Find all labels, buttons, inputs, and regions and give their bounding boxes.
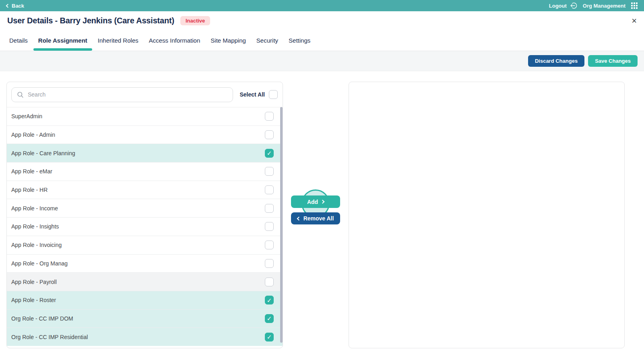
role-checkbox[interactable] xyxy=(265,112,274,121)
role-row-org-role-cc-imp-dom[interactable]: Org Role - CC IMP DOM xyxy=(7,309,283,328)
role-label: App Role - Care Planning xyxy=(11,150,265,156)
logout-button[interactable]: Logout xyxy=(549,2,577,9)
role-label: App Role - HR xyxy=(11,187,265,193)
role-row-app-role-payroll[interactable]: App Role - Payroll xyxy=(7,272,283,291)
tab-label: Details xyxy=(9,37,28,44)
role-picker-header: Select All xyxy=(7,82,283,107)
role-row-app-role-admin[interactable]: App Role - Admin xyxy=(7,125,283,144)
role-row-org-role-cc-imp-residential[interactable]: Org Role - CC IMP Residential xyxy=(7,327,283,346)
role-checkbox[interactable] xyxy=(265,278,274,286)
tab-inherited-roles[interactable]: Inherited Roles xyxy=(98,30,138,51)
add-button[interactable]: Add xyxy=(291,195,340,208)
role-list: SuperAdmin App Role - Admin App Role - C… xyxy=(7,107,283,346)
role-checkbox[interactable] xyxy=(265,241,274,249)
role-row-app-role-income[interactable]: App Role - Income xyxy=(7,199,283,217)
role-checkbox[interactable] xyxy=(265,259,274,268)
role-label: App Role - Invoicing xyxy=(11,242,265,248)
role-label: SuperAdmin xyxy=(11,113,265,119)
tab-label: Site Mapping xyxy=(211,37,246,44)
list-scrollbar[interactable] xyxy=(280,107,283,343)
close-icon[interactable]: × xyxy=(632,16,637,25)
role-row-app-role-care-planning[interactable]: App Role - Care Planning xyxy=(7,144,283,162)
role-row-app-role-roster[interactable]: App Role - Roster xyxy=(7,291,283,309)
tab-site-mapping[interactable]: Site Mapping xyxy=(211,30,246,51)
tab-role-assignment[interactable]: Role Assignment xyxy=(38,30,87,51)
role-checkbox[interactable] xyxy=(265,167,274,176)
org-management-link[interactable]: Org Management xyxy=(583,3,625,9)
page-title: User Details - Barry Jenkins (Care Assis… xyxy=(7,16,174,25)
role-row-app-role-insights[interactable]: App Role - Insights xyxy=(7,217,283,236)
role-checkbox[interactable] xyxy=(265,185,274,194)
chevron-right-icon xyxy=(321,200,325,204)
logout-icon xyxy=(570,2,577,9)
role-checkbox[interactable] xyxy=(265,333,274,341)
role-label: App Role - Income xyxy=(11,205,265,212)
tab-security[interactable]: Security xyxy=(256,30,278,51)
role-checkbox[interactable] xyxy=(265,296,274,304)
available-roles-card: Select All SuperAdmin App Role - Admin A… xyxy=(6,82,283,348)
tab-access-information[interactable]: Access Information xyxy=(149,30,200,51)
remove-all-label: Remove All xyxy=(303,215,334,222)
role-row-app-role-emar[interactable]: App Role - eMar xyxy=(7,162,283,181)
tab-label: Access Information xyxy=(149,37,200,44)
discard-changes-button[interactable]: Discard Changes xyxy=(528,55,584,67)
assigned-roles-card xyxy=(349,82,625,348)
search-input[interactable] xyxy=(11,87,233,102)
tab-settings[interactable]: Settings xyxy=(289,30,310,51)
role-row-app-role-org-manag[interactable]: App Role - Org Manag xyxy=(7,254,283,273)
role-checkbox[interactable] xyxy=(265,222,274,231)
select-all-label: Select All xyxy=(239,91,265,98)
role-label: App Role - Org Manag xyxy=(11,260,265,267)
role-checkbox[interactable] xyxy=(265,204,274,213)
search-field xyxy=(11,87,233,102)
tab-details[interactable]: Details xyxy=(9,30,28,51)
chevron-left-icon xyxy=(297,216,301,220)
role-checkbox[interactable] xyxy=(265,130,274,139)
role-row-superadmin[interactable]: SuperAdmin xyxy=(7,107,283,125)
role-assignment-panel: Select All SuperAdmin App Role - Admin A… xyxy=(0,71,644,362)
remove-all-button[interactable]: Remove All xyxy=(291,212,340,224)
back-button[interactable]: Back xyxy=(6,3,24,9)
chevron-left-icon xyxy=(6,4,10,8)
logout-label: Logout xyxy=(549,3,567,9)
role-label: Org Role - CC IMP DOM xyxy=(11,315,265,322)
role-label: Org Role - CC IMP Residential xyxy=(11,334,265,340)
role-label: App Role - Admin xyxy=(11,132,265,138)
apps-grid-icon[interactable] xyxy=(631,2,638,9)
role-label: App Role - Insights xyxy=(11,223,265,230)
select-all-checkbox[interactable] xyxy=(269,90,278,99)
tab-label: Inherited Roles xyxy=(98,37,138,44)
back-label: Back xyxy=(12,3,24,9)
save-changes-button[interactable]: Save Changes xyxy=(588,55,638,67)
title-bar: User Details - Barry Jenkins (Care Assis… xyxy=(0,11,644,30)
status-badge: Inactive xyxy=(180,16,210,25)
action-toolbar: Discard Changes Save Changes xyxy=(0,51,644,71)
role-row-app-role-invoicing[interactable]: App Role - Invoicing xyxy=(7,236,283,254)
top-bar: Back Logout Org Management xyxy=(0,0,644,11)
tab-label: Security xyxy=(256,37,278,44)
role-label: App Role - Payroll xyxy=(11,279,265,285)
tab-bar: Details Role Assignment Inherited Roles … xyxy=(0,30,644,51)
search-icon xyxy=(17,91,24,99)
role-label: App Role - Roster xyxy=(11,297,265,303)
tab-label: Role Assignment xyxy=(38,37,87,44)
role-checkbox[interactable] xyxy=(265,149,274,158)
tab-label: Settings xyxy=(289,37,310,44)
role-checkbox[interactable] xyxy=(265,314,274,323)
role-label: App Role - eMar xyxy=(11,168,265,175)
role-row-app-role-hr[interactable]: App Role - HR xyxy=(7,181,283,199)
add-label: Add xyxy=(307,199,318,205)
